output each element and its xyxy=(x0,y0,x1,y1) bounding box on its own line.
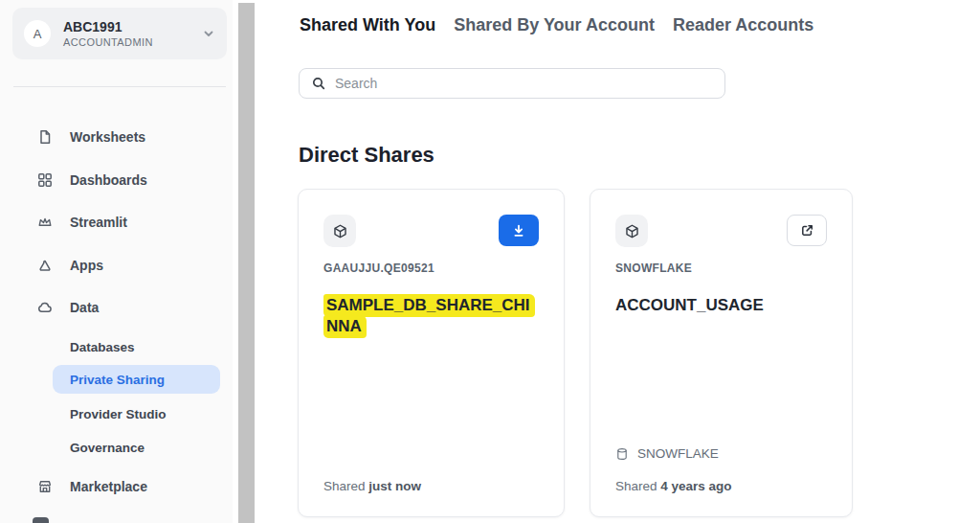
highlight-annotation: SAMPLE_DB_SHARE_CHINNA xyxy=(323,294,535,338)
tab-shared-by-your-account[interactable]: Shared By Your Account xyxy=(454,15,655,35)
section-title: Direct Shares xyxy=(299,143,434,168)
sidebar-item-marketplace[interactable]: Marketplace xyxy=(36,475,147,498)
dashboards-icon xyxy=(36,172,53,188)
sidebar-item-label: Dashboards xyxy=(70,172,147,188)
database-name: SNOWFLAKE xyxy=(637,446,719,461)
account-role: ACCOUNTADMIN xyxy=(63,35,202,49)
share-title: ACCOUNT_USAGE xyxy=(615,295,827,316)
apps-icon xyxy=(36,258,53,273)
sidebar-item-label: Streamlit xyxy=(70,215,127,230)
tab-shared-with-you[interactable]: Shared With You xyxy=(300,15,435,35)
shared-time-row: Shared just now xyxy=(323,479,539,493)
sidebar: A ABC1991 ACCOUNTADMIN Worksheets Dashbo… xyxy=(0,0,233,523)
streamlit-icon xyxy=(36,215,53,230)
share-tabs: Shared With You Shared By Your Account R… xyxy=(300,15,813,35)
sidebar-item-governance[interactable]: Governance xyxy=(70,439,145,456)
search-icon xyxy=(312,77,325,90)
sidebar-item-data[interactable]: Data xyxy=(36,296,99,319)
sidebar-item-apps[interactable]: Apps xyxy=(36,254,103,277)
share-card-sample-db[interactable]: GAAUJJU.QE09521 SAMPLE_DB_SHARE_CHINNA S… xyxy=(298,189,565,517)
sidebar-item-label: Apps xyxy=(70,258,103,273)
sidebar-subitem-label: Databases xyxy=(70,340,135,354)
sidebar-item-dashboards[interactable]: Dashboards xyxy=(36,169,147,192)
get-data-button[interactable] xyxy=(499,215,539,246)
database-row: SNOWFLAKE xyxy=(615,446,827,461)
search-input[interactable] xyxy=(335,76,724,91)
database-icon xyxy=(615,447,629,461)
sidebar-item-worksheets[interactable]: Worksheets xyxy=(36,125,145,148)
avatar: A xyxy=(24,20,51,47)
tab-reader-accounts[interactable]: Reader Accounts xyxy=(673,15,813,35)
shared-time: 4 years ago xyxy=(660,479,731,493)
worksheets-icon xyxy=(36,129,53,145)
avatar-initial: A xyxy=(33,27,42,41)
share-cube-icon xyxy=(323,215,356,247)
shared-label: Shared xyxy=(323,479,366,493)
open-share-button[interactable] xyxy=(787,215,827,246)
sidebar-item-private-sharing[interactable]: Private Sharing xyxy=(53,365,220,394)
card-header xyxy=(323,215,539,247)
shared-time: just now xyxy=(368,479,421,493)
card-header xyxy=(615,215,827,247)
sidebar-divider xyxy=(13,86,226,87)
share-card-account-usage[interactable]: SNOWFLAKE ACCOUNT_USAGE SNOWFLAKE Shared… xyxy=(590,189,853,517)
sidebar-item-label: Data xyxy=(70,300,99,315)
marketplace-icon xyxy=(36,479,53,494)
sidebar-item-databases[interactable]: Databases xyxy=(70,338,135,355)
search-box[interactable] xyxy=(299,68,725,99)
sidebar-subitem-label: Governance xyxy=(70,441,145,455)
share-cube-icon xyxy=(615,215,648,247)
sidebar-item-provider-studio[interactable]: Provider Studio xyxy=(70,405,167,422)
sidebar-subitem-label: Provider Studio xyxy=(70,407,167,421)
sidebar-item-partial-icon xyxy=(33,517,49,523)
sidebar-item-label: Marketplace xyxy=(70,479,147,494)
sidebar-scrollbar-thumb[interactable] xyxy=(238,3,255,523)
sidebar-item-label: Worksheets xyxy=(70,129,145,145)
download-icon xyxy=(511,223,526,239)
shared-label: Shared xyxy=(615,479,657,493)
account-name: ABC1991 xyxy=(63,18,202,35)
share-title: SAMPLE_DB_SHARE_CHINNA xyxy=(323,295,539,338)
share-provider-account: SNOWFLAKE xyxy=(615,262,827,275)
data-cloud-icon xyxy=(36,300,53,315)
account-text: ABC1991 ACCOUNTADMIN xyxy=(63,18,202,49)
external-link-icon xyxy=(800,223,814,238)
sidebar-subitem-label: Private Sharing xyxy=(70,373,165,387)
direct-shares-list: GAAUJJU.QE09521 SAMPLE_DB_SHARE_CHINNA S… xyxy=(298,189,853,517)
shared-time-row: Shared 4 years ago xyxy=(615,479,827,493)
chevron-down-icon xyxy=(202,27,215,40)
sidebar-item-streamlit[interactable]: Streamlit xyxy=(36,211,127,234)
share-provider-account: GAAUJJU.QE09521 xyxy=(323,262,539,275)
account-selector[interactable]: A ABC1991 ACCOUNTADMIN xyxy=(12,8,227,59)
